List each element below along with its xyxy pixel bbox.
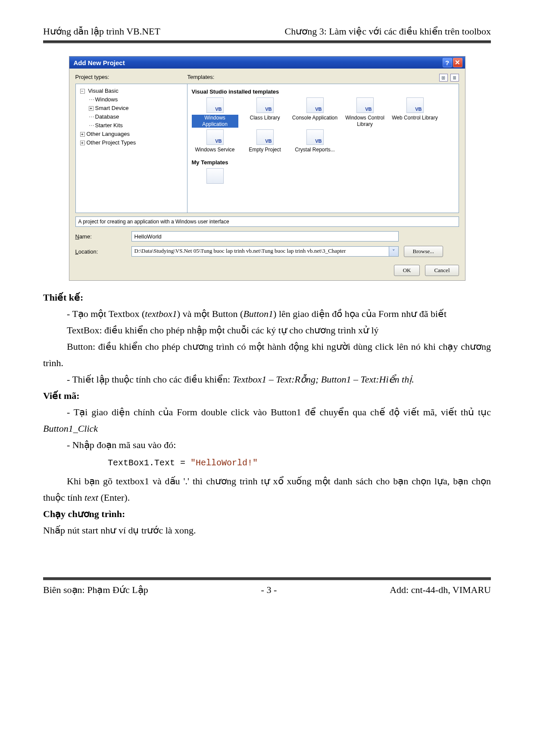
template-item[interactable]: VBWeb Control Library — [392, 97, 438, 128]
add-new-project-dialog: Add New Project ? ✕ Project types: Templ… — [69, 56, 465, 281]
vb-template-icon: VB — [306, 97, 324, 113]
location-dropdown[interactable]: D:\Data\Studying\VS.Net 05\Tung buoc lap… — [131, 246, 399, 257]
footer-right: Add: cnt-44-dh, VIMARU — [390, 584, 491, 596]
tree-item[interactable]: Other Project Types — [87, 139, 136, 146]
my-templates-heading: My Templates — [189, 158, 457, 168]
template-description: A project for creating an application wi… — [75, 216, 459, 227]
expand-toggle-icon[interactable]: + — [80, 141, 85, 145]
close-icon[interactable]: ✕ — [453, 58, 462, 67]
template-label: Web Control Library — [392, 115, 438, 121]
template-item[interactable]: VBEmpty Project — [242, 129, 288, 153]
templates-pane: Visual Studio installed templates VBWind… — [187, 84, 459, 213]
ok-button[interactable]: OK — [394, 265, 420, 276]
dialog-title: Add New Project — [74, 59, 125, 66]
vb-template-icon: VB — [306, 129, 324, 145]
tree-item[interactable]: Starter Kits — [95, 122, 123, 129]
footer-left: Biên soạn: Phạm Đức Lập — [43, 584, 148, 596]
template-item[interactable]: VBWindows Control Library — [342, 97, 388, 128]
vb-template-icon: VB — [206, 97, 224, 113]
template-item[interactable]: VBCrystal Reports... — [292, 129, 338, 153]
tree-item[interactable]: Windows — [95, 96, 118, 103]
templates-scroll[interactable]: Visual Studio installed templates VBWind… — [187, 84, 459, 213]
template-label: Console Application — [292, 115, 338, 121]
chevron-down-icon[interactable]: ˅ — [389, 246, 399, 257]
dialog-titlebar[interactable]: Add New Project ? ✕ — [69, 56, 465, 69]
cancel-button[interactable]: Cancel — [425, 265, 459, 276]
location-input[interactable]: D:\Data\Studying\VS.Net 05\Tung buoc lap… — [131, 246, 389, 257]
page-number: - 3 - — [148, 584, 390, 596]
expand-toggle-icon[interactable]: + — [89, 106, 94, 111]
tree-item[interactable]: Database — [95, 113, 119, 120]
expand-toggle-icon[interactable]: + — [80, 132, 85, 137]
template-item[interactable]: VBConsole Application — [292, 97, 338, 128]
footer-rule — [43, 577, 491, 580]
code-heading: Viết mã: — [43, 390, 80, 401]
templates-label: Templates: — [187, 74, 439, 82]
template-label: Windows Application — [192, 115, 238, 128]
header-rule — [43, 41, 491, 43]
template-item[interactable]: VBClass Library — [242, 97, 288, 128]
template-label: Class Library — [242, 115, 288, 121]
expand-toggle-icon[interactable]: − — [80, 89, 85, 94]
template-file-icon — [206, 168, 224, 184]
vb-template-icon: VB — [206, 129, 224, 145]
run-heading: Chạy chương trình: — [43, 508, 125, 519]
project-types-tree[interactable]: − Visual Basic ⋯Windows +Smart Device ⋯D… — [75, 84, 187, 213]
large-icons-view-icon[interactable]: ⊞ — [439, 74, 448, 82]
location-label: Location: — [75, 248, 131, 255]
document-body: Thiết kế: - Tạo một Textbox (textbox1) v… — [43, 289, 491, 539]
design-heading: Thiết kế: — [43, 292, 83, 303]
template-label: Empty Project — [242, 147, 288, 153]
name-label: Name: — [75, 233, 131, 240]
template-item[interactable] — [192, 168, 238, 185]
header-left: Hướng dẫn lập trình VB.NET — [43, 26, 160, 37]
header-right: Chương 3: Làm việc với các điều khiển tr… — [284, 26, 491, 37]
vb-template-icon: VB — [256, 97, 274, 113]
tree-item[interactable]: Visual Basic — [88, 88, 119, 94]
tree-item[interactable]: Other Languages — [87, 131, 130, 137]
template-label: Windows Service — [192, 147, 238, 153]
tree-item[interactable]: Smart Device — [95, 105, 129, 111]
vb-template-icon: VB — [356, 97, 374, 113]
installed-templates-heading: Visual Studio installed templates — [189, 88, 457, 97]
project-name-input[interactable] — [131, 231, 399, 242]
help-icon[interactable]: ? — [443, 58, 452, 67]
vb-template-icon: VB — [256, 129, 274, 145]
code-line: TextBox1.Text = "HelloWorld!" — [43, 455, 491, 471]
vb-template-icon: VB — [406, 97, 424, 113]
template-item[interactable]: VBWindows Service — [192, 129, 238, 153]
template-label: Windows Control Library — [342, 115, 388, 128]
project-types-label: Project types: — [75, 74, 187, 82]
small-icons-view-icon[interactable]: ≣ — [450, 74, 459, 82]
template-label: Crystal Reports... — [292, 147, 338, 153]
browse-button[interactable]: Browse... — [404, 246, 443, 257]
template-item[interactable]: VBWindows Application — [192, 97, 238, 128]
